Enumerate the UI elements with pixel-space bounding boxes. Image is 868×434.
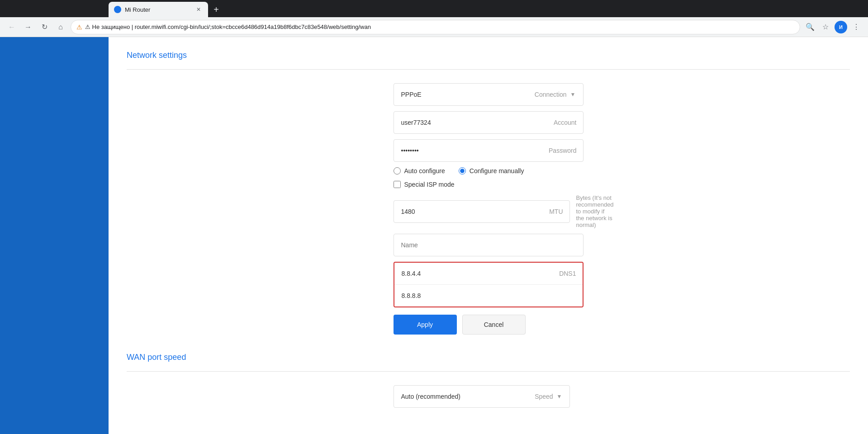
account-field: Account — [394, 111, 583, 134]
dns-box: DNS1 — [394, 262, 583, 307]
main-content: Network settings PPPoE Connection ▼ Acco… — [109, 37, 868, 434]
tab-title: Mi Router — [125, 6, 150, 13]
wan-speed-form: Auto (recommended) Speed ▼ — [394, 385, 583, 408]
content-inner: Network settings PPPoE Connection ▼ Acco… — [109, 37, 868, 434]
account-input[interactable] — [394, 112, 583, 133]
active-tab[interactable]: Mi Router ✕ — [109, 2, 208, 17]
dns1-input[interactable] — [394, 263, 583, 284]
mtu-field: MTU — [394, 200, 570, 223]
speed-value: Auto (recommended) — [401, 393, 535, 400]
home-button[interactable]: ⌂ — [54, 21, 67, 33]
manual-configure-option[interactable]: Configure manually — [459, 167, 524, 175]
auto-configure-radio[interactable] — [394, 167, 401, 175]
url-text: ⚠ Не защищено | router.miwifi.com/cgi-bi… — [85, 24, 794, 30]
profile-button[interactable]: И — [835, 21, 847, 33]
cancel-button[interactable]: Cancel — [462, 315, 526, 335]
reload-button[interactable]: ↻ — [38, 21, 51, 33]
speed-chevron-icon: ▼ — [557, 393, 562, 400]
search-icon[interactable]: 🔍 — [804, 21, 816, 33]
wan-port-speed-title: WAN port speed — [127, 353, 850, 362]
special-isp-label: Special ISP mode — [404, 181, 455, 188]
special-isp-checkbox[interactable] — [394, 181, 401, 188]
mtu-row: MTU Bytes (It's not recommended to modif… — [394, 194, 583, 228]
dns2-field — [394, 285, 583, 307]
special-isp-checkbox-group: Special ISP mode — [394, 181, 583, 188]
name-input[interactable] — [394, 234, 583, 256]
mtu-label: MTU — [549, 208, 563, 215]
dns1-field: DNS1 — [394, 263, 583, 285]
menu-icon[interactable]: ⋮ — [850, 21, 863, 33]
connection-label: Connection — [535, 91, 567, 98]
manual-configure-radio[interactable] — [459, 167, 466, 175]
tab-bar: Mi Router ✕ + — [0, 0, 868, 17]
wan-port-speed-section: WAN port speed Auto (recommended) Speed … — [127, 353, 850, 408]
bookmark-icon[interactable]: ☆ — [819, 21, 832, 33]
browser-toolbar: ← → ↻ ⌂ ⚠ ⚠ Не защищено | router.miwifi.… — [0, 17, 868, 37]
speed-dropdown-inner[interactable]: Auto (recommended) Speed ▼ — [394, 386, 569, 407]
tab-close-button[interactable]: ✕ — [194, 5, 203, 14]
speed-label: Speed — [535, 393, 553, 400]
security-icon: ⚠ — [76, 24, 82, 31]
back-button[interactable]: ← — [5, 21, 18, 33]
password-input[interactable] — [394, 140, 583, 161]
connection-type-value: PPPoE — [401, 91, 535, 98]
forward-button[interactable]: → — [22, 21, 34, 33]
manual-configure-label: Configure manually — [470, 167, 524, 175]
new-tab-button[interactable]: + — [210, 3, 223, 16]
sidebar — [0, 37, 109, 434]
section-divider — [127, 69, 850, 70]
page-layout: Network settings PPPoE Connection ▼ Acco… — [0, 37, 868, 434]
address-bar[interactable]: ⚠ ⚠ Не защищено | router.miwifi.com/cgi-… — [71, 20, 800, 34]
network-settings-form: PPPoE Connection ▼ Account Password — [394, 83, 583, 335]
password-field: Password — [394, 139, 583, 162]
chevron-down-icon: ▼ — [570, 91, 576, 98]
dns1-label: DNS1 — [559, 270, 576, 277]
tab-favicon — [114, 6, 121, 13]
dns2-input[interactable] — [394, 285, 583, 307]
configure-radio-group: Auto configure Configure manually — [394, 167, 583, 175]
button-row: Apply Cancel — [394, 315, 583, 335]
wan-section-divider — [127, 371, 850, 372]
auto-configure-label: Auto configure — [404, 167, 445, 175]
apply-button[interactable]: Apply — [394, 315, 457, 335]
toolbar-right: 🔍 ☆ И ⋮ — [804, 21, 863, 33]
connection-type-dropdown[interactable]: PPPoE Connection ▼ — [394, 83, 583, 106]
network-settings-title: Network settings — [127, 51, 850, 60]
auto-configure-option[interactable]: Auto configure — [394, 167, 445, 175]
mtu-note: Bytes (It's not recommended to modify if… — [576, 194, 614, 228]
speed-dropdown[interactable]: Auto (recommended) Speed ▼ — [394, 385, 570, 408]
name-field — [394, 234, 583, 256]
connection-type-inner[interactable]: PPPoE Connection ▼ — [394, 84, 583, 105]
mtu-input[interactable] — [394, 201, 569, 222]
